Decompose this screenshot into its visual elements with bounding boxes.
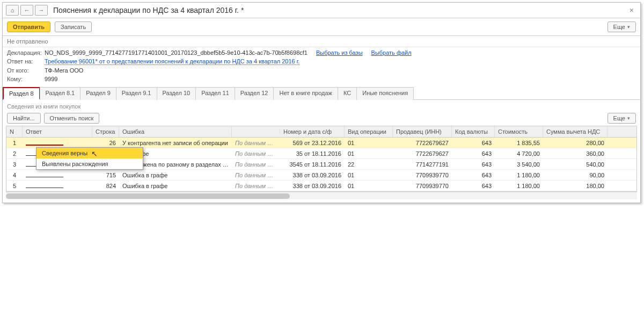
- close-icon[interactable]: ×: [626, 6, 637, 15]
- cell-src: По данным ФНС:: [232, 138, 280, 148]
- cell-op: 01: [345, 149, 393, 159]
- cell-numdate: 338 от 03.09.2016: [280, 170, 345, 180]
- cell-error: У контрагента нет записи об операции: [119, 138, 232, 148]
- pick-file-link[interactable]: Выбрать файл: [371, 49, 412, 56]
- cell-n: 3: [6, 160, 23, 169]
- grid-more-button[interactable]: Еще: [608, 113, 636, 124]
- col-blank[interactable]: [232, 129, 280, 134]
- scrollbar-thumb[interactable]: [6, 193, 290, 199]
- page-title: Пояснения к декларации по НДС за 4 кварт…: [53, 6, 626, 15]
- tab-ks[interactable]: КС: [338, 87, 357, 100]
- save-button[interactable]: Записать: [55, 21, 92, 32]
- cell-n: 2: [6, 149, 23, 159]
- more-button[interactable]: Еще: [608, 21, 636, 32]
- tab-section-11[interactable]: Раздел 11: [195, 87, 235, 100]
- cell-answer[interactable]: [23, 139, 92, 147]
- to-value: 9999: [45, 76, 57, 82]
- titlebar: ⌂ ← → Пояснения к декларации по НДС за 4…: [3, 3, 640, 18]
- back-button[interactable]: ←: [20, 5, 33, 16]
- cell-cur: 643: [452, 149, 495, 159]
- grid-header: N Ответ Строка Ошибка Номер и дата с/ф В…: [6, 126, 636, 138]
- context-menu: Сведения верны Выявлены расхождения: [36, 147, 143, 170]
- cell-cur: 643: [452, 170, 495, 180]
- cancel-search-button[interactable]: Отменить поиск: [44, 113, 100, 124]
- cell-cur: 643: [452, 138, 495, 148]
- sub-toolbar: Найти... Отменить поиск Еще: [3, 111, 640, 126]
- from-label: От кого:: [7, 67, 45, 74]
- from-value: ТФ-Мега ООО: [45, 67, 83, 74]
- cell-cost: 1 180,00: [495, 170, 543, 180]
- status-text: Не отправлено: [3, 36, 640, 47]
- table-row[interactable]: 4 715 Ошибка в графе По данным ФНС: 338 …: [6, 170, 636, 181]
- menu-item-discrepancy[interactable]: Выявлены расхождения: [36, 159, 143, 169]
- pick-from-base-link[interactable]: Выбрать из базы: [316, 49, 363, 56]
- tab-section-9-1[interactable]: Раздел 9.1: [116, 87, 157, 100]
- cell-answer[interactable]: [23, 171, 92, 179]
- tab-not-in-sales-book[interactable]: Нет в книге продаж: [273, 87, 338, 100]
- table-row[interactable]: 5 824 Ошибка в графе По данным ФНС: 338 …: [6, 181, 636, 191]
- menu-item-correct[interactable]: Сведения верны: [36, 148, 143, 159]
- tab-other[interactable]: Иные пояснения: [356, 87, 414, 100]
- cell-n: 4: [6, 170, 23, 180]
- cell-numdate: 3545 от 18.11.2016: [280, 160, 345, 169]
- cell-cur: 643: [452, 181, 495, 191]
- horizontal-scrollbar[interactable]: [6, 192, 637, 199]
- grid-body: 1 26 У контрагента нет записи об операци…: [6, 138, 636, 191]
- forward-button[interactable]: →: [35, 5, 48, 16]
- col-vat[interactable]: Сумма вычета НДС: [543, 126, 608, 137]
- tab-section-8[interactable]: Раздел 8: [3, 87, 40, 100]
- table-row[interactable]: 1 26 У контрагента нет записи об операци…: [6, 138, 636, 148]
- tab-section-12[interactable]: Раздел 12: [235, 87, 274, 100]
- cell-vat: 540,00: [543, 160, 608, 169]
- cell-error: Ошибка в графе: [119, 181, 232, 191]
- section-label: Сведения из книги покупок: [3, 100, 640, 111]
- cell-cost: 4 720,00: [495, 149, 543, 159]
- main-toolbar: Отправить Записать Еще: [3, 18, 640, 36]
- home-button[interactable]: ⌂: [6, 5, 19, 16]
- cell-numdate: 569 от 23.12.2016: [280, 138, 345, 148]
- cell-src: По данным ФНС:: [232, 181, 280, 191]
- cell-answer[interactable]: [23, 182, 92, 190]
- cell-op: 01: [345, 138, 393, 148]
- tab-section-10[interactable]: Раздел 10: [157, 87, 196, 100]
- cell-numdate: 35 от 18.11.2016: [280, 149, 345, 159]
- col-cost[interactable]: Стоимость: [495, 126, 543, 137]
- cell-cost: 3 540,00: [495, 160, 543, 169]
- find-button[interactable]: Найти...: [7, 113, 41, 124]
- answer-label: Ответ на:: [7, 58, 45, 65]
- cell-cost: 1 180,00: [495, 181, 543, 191]
- cell-inn: 7714277191: [393, 160, 452, 169]
- col-seller[interactable]: Продавец (ИНН): [393, 126, 452, 137]
- cell-src: По данным ФНС:: [232, 170, 280, 180]
- cell-vat: 280,00: [543, 138, 608, 148]
- cell-row: 824: [92, 181, 119, 191]
- tab-section-9[interactable]: Раздел 9: [80, 87, 116, 100]
- col-n[interactable]: N: [6, 126, 23, 137]
- decl-value: NO_NDS_9999_9999_7714277191771401001_201…: [45, 49, 308, 56]
- cell-row: 26: [92, 138, 119, 148]
- cell-cur: 643: [452, 160, 495, 169]
- cell-vat: 90,00: [543, 170, 608, 180]
- grid-more-label: Еще: [613, 115, 625, 121]
- col-curr[interactable]: Код валюты: [452, 126, 495, 137]
- data-grid: N Ответ Строка Ошибка Номер и дата с/ф В…: [6, 126, 637, 192]
- cell-op: 01: [345, 181, 393, 191]
- cell-op: 01: [345, 170, 393, 180]
- cell-src: По данным ФНС:: [232, 160, 280, 169]
- tab-section-8-1[interactable]: Раздел 8.1: [40, 87, 81, 100]
- cell-inn: 7722679627: [393, 138, 452, 148]
- to-label: Кому:: [7, 76, 45, 82]
- col-answer[interactable]: Ответ: [23, 126, 92, 137]
- col-error[interactable]: Ошибка: [119, 126, 232, 137]
- col-op[interactable]: Вид операции: [345, 126, 393, 137]
- col-numdate[interactable]: Номер и дата с/ф: [280, 126, 345, 137]
- cell-inn: 7722679627: [393, 149, 452, 159]
- decl-label: Декларация:: [7, 49, 45, 56]
- send-button[interactable]: Отправить: [7, 21, 50, 32]
- meta-block: Декларация: NO_NDS_9999_9999_77142771917…: [3, 47, 640, 84]
- cell-src: По данным ФНС:: [232, 149, 280, 159]
- answer-link[interactable]: Требование 96001* от о представлении поя…: [45, 58, 299, 65]
- cell-op: 22: [345, 160, 393, 169]
- col-row[interactable]: Строка: [92, 126, 119, 137]
- more-label: Еще: [613, 24, 625, 30]
